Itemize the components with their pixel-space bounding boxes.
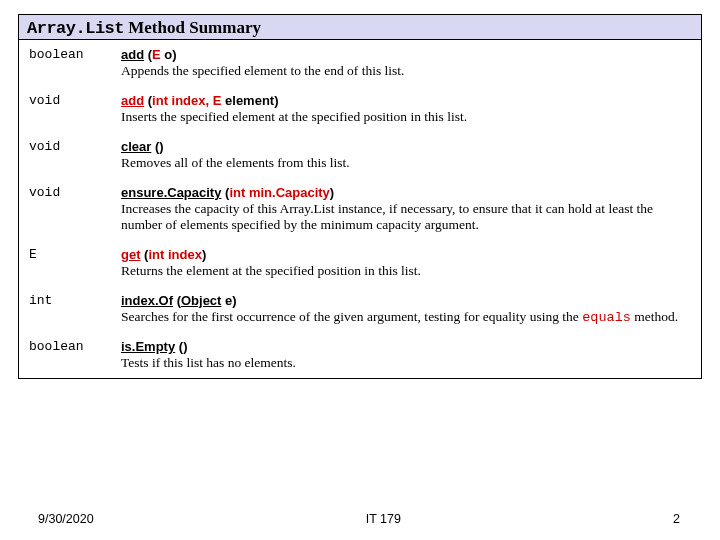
method-cell: clear ()Removes all of the elements from…: [111, 132, 701, 178]
table-row: Eget (int index)Returns the element at t…: [19, 240, 701, 286]
method-signature: get (int index): [121, 247, 691, 262]
return-type: E: [19, 240, 111, 286]
footer-page: 2: [673, 512, 680, 526]
title-classname: Array.List: [27, 19, 124, 38]
title-bar: Array.List Method Summary: [19, 15, 701, 40]
table-row: voidadd (int index, E element)Inserts th…: [19, 86, 701, 132]
method-cell: ensure.Capacity (int min.Capacity)Increa…: [111, 178, 701, 240]
method-description: Increases the capacity of this Array.Lis…: [121, 201, 691, 233]
method-signature: clear (): [121, 139, 691, 154]
method-signature: ensure.Capacity (int min.Capacity): [121, 185, 691, 200]
return-type: void: [19, 86, 111, 132]
footer: 9/30/2020 IT 179 2: [0, 512, 720, 526]
content-frame: Array.List Method Summary booleanadd (E …: [18, 14, 702, 379]
table-row: voidclear ()Removes all of the elements …: [19, 132, 701, 178]
return-type: void: [19, 132, 111, 178]
return-type: boolean: [19, 332, 111, 378]
method-description: Tests if this list has no elements.: [121, 355, 691, 371]
method-description: Searches for the first occurrence of the…: [121, 309, 691, 325]
method-signature: add (E o): [121, 47, 691, 62]
return-type: boolean: [19, 40, 111, 86]
footer-center: IT 179: [366, 512, 401, 526]
method-description: Appends the specified element to the end…: [121, 63, 691, 79]
method-signature: index.Of (Object e): [121, 293, 691, 308]
method-cell: get (int index)Returns the element at th…: [111, 240, 701, 286]
return-type: int: [19, 286, 111, 332]
title-text: Method Summary: [124, 18, 261, 37]
method-cell: is.Empty ()Tests if this list has no ele…: [111, 332, 701, 378]
method-table: booleanadd (E o)Appends the specified el…: [19, 40, 701, 378]
footer-date: 9/30/2020: [38, 512, 94, 526]
table-row: booleanis.Empty ()Tests if this list has…: [19, 332, 701, 378]
table-row: intindex.Of (Object e)Searches for the f…: [19, 286, 701, 332]
method-cell: add (int index, E element)Inserts the sp…: [111, 86, 701, 132]
method-description: Returns the element at the specified pos…: [121, 263, 691, 279]
method-cell: add (E o)Appends the specified element t…: [111, 40, 701, 86]
method-signature: add (int index, E element): [121, 93, 691, 108]
method-description: Inserts the specified element at the spe…: [121, 109, 691, 125]
method-description: Removes all of the elements from this li…: [121, 155, 691, 171]
table-row: voidensure.Capacity (int min.Capacity)In…: [19, 178, 701, 240]
table-row: booleanadd (E o)Appends the specified el…: [19, 40, 701, 86]
return-type: void: [19, 178, 111, 240]
method-signature: is.Empty (): [121, 339, 691, 354]
method-cell: index.Of (Object e)Searches for the firs…: [111, 286, 701, 332]
